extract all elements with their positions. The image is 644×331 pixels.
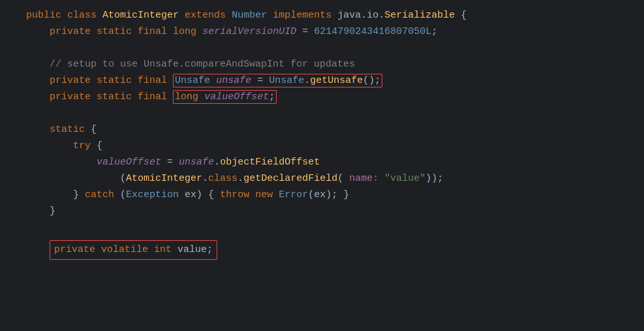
line-4: // setup to use Unsafe.compareAndSwapInt… xyxy=(0,57,644,73)
line-content-7 xyxy=(26,106,644,121)
line-10: valueOffset = unsafe.objectFieldOffset xyxy=(0,155,644,171)
line-2: private static final long serialVersionU… xyxy=(0,24,644,40)
line-content-13: } xyxy=(26,204,644,219)
line-15: private volatile int value; xyxy=(0,236,644,260)
line-1: public class AtomicInteger extends Numbe… xyxy=(0,8,644,24)
code-editor: public class AtomicInteger extends Numbe… xyxy=(0,0,644,268)
line-content-2: private static final long serialVersionU… xyxy=(26,24,644,40)
line-content-5: private static final Unsafe unsafe = Uns… xyxy=(26,73,644,89)
line-content-6: private static final long valueOffset; xyxy=(26,89,644,105)
line-3 xyxy=(0,40,644,57)
line-content-4: // setup to use Unsafe.compareAndSwapInt… xyxy=(26,57,644,72)
line-5: private static final Unsafe unsafe = Uns… xyxy=(0,73,644,89)
line-9: try { xyxy=(0,138,644,155)
highlight-valueoffset: long valueOffset; xyxy=(173,90,277,104)
line-content-10: valueOffset = unsafe.objectFieldOffset xyxy=(26,155,644,170)
line-13: } xyxy=(0,204,644,220)
line-11: (AtomicInteger.class.getDeclaredField( n… xyxy=(0,171,644,187)
line-content-14 xyxy=(26,220,644,236)
line-content-12: } catch (Exception ex) { throw new Error… xyxy=(26,187,644,203)
line-content-11: (AtomicInteger.class.getDeclaredField( n… xyxy=(26,171,644,187)
line-14 xyxy=(0,220,644,236)
line-content-8: static { xyxy=(26,122,644,138)
line-12: } catch (Exception ex) { throw new Error… xyxy=(0,187,644,204)
line-content-9: try { xyxy=(26,138,644,154)
highlight-unsafe: Unsafe unsafe = Unsafe.getUnsafe(); xyxy=(173,74,382,87)
line-content-1: public class AtomicInteger extends Numbe… xyxy=(26,8,644,24)
line-7 xyxy=(0,106,644,122)
highlight-volatile-value: private volatile int value; xyxy=(50,240,217,260)
line-content-15: private volatile int value; xyxy=(26,236,644,260)
line-content-3 xyxy=(26,40,644,56)
line-6: private static final long valueOffset; xyxy=(0,89,644,106)
line-8: static { xyxy=(0,122,644,138)
